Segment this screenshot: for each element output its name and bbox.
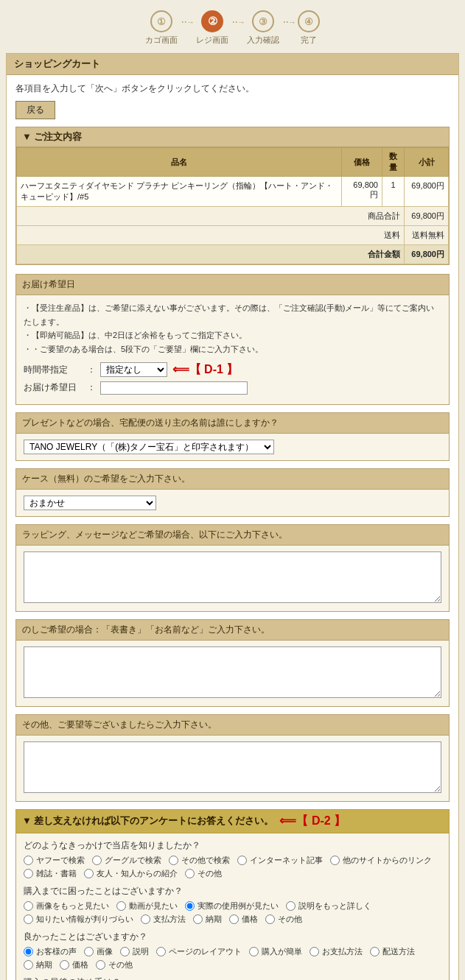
other-textarea[interactable] <box>24 741 441 793</box>
q2-option-info[interactable]: 知りたい情報が判りづらい <box>24 914 133 925</box>
table-row: ハーフエタニティダイヤモンド プラチナ ピンキーリング（指輪）【ハート・アンド・… <box>17 177 449 207</box>
total-label: 合計金額 <box>17 245 405 264</box>
page-title: ショッピングカート <box>7 54 458 75</box>
step-3-circle: ③ <box>252 10 274 32</box>
q3-option-desc[interactable]: 説明 <box>120 946 149 957</box>
survey-q4: 購入の最後の決め手は？ お客様の声 画像がキレイ 説明が詳しい 支払方法が豊富 … <box>24 976 441 980</box>
q3-option-image[interactable]: 画像 <box>84 946 113 957</box>
order-section-header: ▼ ご注文内容 <box>15 127 450 147</box>
q1-option-article[interactable]: インターネット記事 <box>237 855 323 866</box>
col-header-name: 品名 <box>17 148 342 177</box>
d1-annotation: ⟸【 D-1 】 <box>172 362 239 378</box>
other-header: その他、ご要望等ございましたらご入力下さい。 <box>16 715 449 736</box>
subtotal-row: 商品合計 69,800円 <box>17 207 449 226</box>
wrapping-header: ラッピング、メッセージなどご希望の場合、以下にご入力下さい。 <box>16 525 449 546</box>
step-1-circle: ① <box>150 10 172 32</box>
noshi-header: のしご希望の場合：「表書き」「お名前など」ご入力下さい。 <box>16 620 449 641</box>
content-area: 各項目を入力して「次へ」ボタンをクリックしてください。 戻る ▼ ご注文内容 品… <box>7 75 458 980</box>
step-arrow-2: ･･→ <box>228 18 247 38</box>
date-label: お届け希望日 <box>24 381 83 394</box>
survey-body: どのようなきっかけで当店を知りましたか？ ヤフーで検索 グーグルで検索 その他で… <box>16 833 449 980</box>
item-name: ハーフエタニティダイヤモンド プラチナ ピンキーリング（指輪）【ハート・アンド・… <box>17 177 342 207</box>
q3-option-voice[interactable]: お客様の声 <box>24 946 77 957</box>
q2-option-delivery[interactable]: 納期 <box>193 914 222 925</box>
gift-section: プレゼントなどの場合、宅配便の送り主の名前は誰にしますか？ TANO JEWEL… <box>15 412 450 461</box>
q3-option-period[interactable]: 納期 <box>24 959 52 970</box>
q1-option-other-search[interactable]: その他で検索 <box>169 855 230 866</box>
step-4: ④ 完了 <box>298 10 320 46</box>
q3-option-layout[interactable]: ページのレイアウト <box>156 946 242 957</box>
step-3: ③ 入力確認 <box>247 10 279 46</box>
q2-option-detail[interactable]: 説明をもっと詳しく <box>286 900 371 912</box>
q3-option-ship[interactable]: 配送方法 <box>370 946 415 957</box>
step-4-circle: ④ <box>298 10 320 32</box>
survey-q1: どのようなきっかけで当店を知りましたか？ ヤフーで検索 グーグルで検索 その他で… <box>24 839 441 879</box>
case-header: ケース（無料）のご希望をご入力下さい。 <box>16 469 449 490</box>
q3-option-pay[interactable]: お支払方法 <box>310 946 363 957</box>
delivery-section: お届け希望日 【受注生産品】は、ご希望に添えない事がございます。その際は、「ご注… <box>15 274 450 405</box>
delivery-notes: 【受注生産品】は、ご希望に添えない事がございます。その際は、「ご注文確認(手動)… <box>24 301 441 356</box>
case-body: おまかせ ジュエリーボックス なし <box>16 490 449 516</box>
q1-options: ヤフーで検索 グーグルで検索 その他で検索 インターネット記事 他のサイトからの… <box>24 855 441 879</box>
date-form-row: お届け希望日 ： <box>24 381 441 395</box>
shipping-value: 送料無料 <box>405 226 449 245</box>
col-header-subtotal: 小計 <box>405 148 449 177</box>
noshi-body <box>16 641 449 706</box>
q2-option-image[interactable]: 画像をもっと見たい <box>24 900 109 912</box>
instruction-text: 各項目を入力して「次へ」ボタンをクリックしてください。 <box>15 82 450 95</box>
q1-label: どのようなきっかけで当店を知りましたか？ <box>24 839 441 852</box>
survey-header: ▼ 差し支えなければ以下のアンケートにお答えください。 ⟸【 D-2 】 <box>15 809 450 833</box>
q1-option-link[interactable]: 他のサイトからのリンク <box>330 855 432 866</box>
q3-option-other[interactable]: その他 <box>96 959 133 970</box>
q3-options: お客様の声 画像 説明 ページのレイアウト 購入が簡単 お支払方法 配送方法 納… <box>24 946 441 970</box>
wrapping-textarea[interactable] <box>24 551 441 603</box>
time-select[interactable]: 指定なし 午前中 14時〜16時 16時〜18時 18時〜20時 19時〜21時 <box>100 362 167 377</box>
total-value: 69,800円 <box>405 245 449 264</box>
q3-option-price[interactable]: 価格 <box>60 959 88 970</box>
q1-option-other[interactable]: その他 <box>185 868 222 879</box>
item-qty: 1 <box>382 177 405 207</box>
case-section: ケース（無料）のご希望をご入力下さい。 おまかせ ジュエリーボックス なし <box>15 468 450 517</box>
main-container: ショッピングカート 各項目を入力して「次へ」ボタンをクリックしてください。 戻る… <box>6 53 459 980</box>
shipping-row: 送料 送料無料 <box>17 226 449 245</box>
q2-option-usage[interactable]: 実際の使用例が見たい <box>185 900 279 912</box>
q3-label: 良かったことはございますか？ <box>24 931 441 943</box>
noshi-section: のしご希望の場合：「表書き」「お名前など」ご入力下さい。 <box>15 619 450 707</box>
case-select[interactable]: おまかせ ジュエリーボックス なし <box>24 496 156 510</box>
q3-option-easy[interactable]: 購入が簡単 <box>249 946 302 957</box>
total-row: 合計金額 69,800円 <box>17 245 449 264</box>
wrapping-body <box>16 546 449 611</box>
time-label: 時間帯指定 <box>24 364 83 376</box>
shipping-label: 送料 <box>17 226 405 245</box>
date-input[interactable] <box>100 381 248 395</box>
q4-label: 購入の最後の決め手は？ <box>24 976 441 980</box>
q1-option-yahoo[interactable]: ヤフーで検索 <box>24 855 85 866</box>
other-section: その他、ご要望等ございましたらご入力下さい。 <box>15 714 450 802</box>
step-1: ① カゴ画面 <box>145 10 178 46</box>
col-header-qty: 数量 <box>382 148 405 177</box>
gift-body: TANO JEWELRY（「(株)タノー宝石」と印字されます） ご自身の名前 <box>16 434 449 460</box>
time-form-row: 時間帯指定 ： 指定なし 午前中 14時〜16時 16時〜18時 18時〜20時… <box>24 362 441 378</box>
q1-option-google[interactable]: グーグルで検索 <box>92 855 161 866</box>
q1-option-magazine[interactable]: 雑誌・書籍 <box>24 868 77 879</box>
q2-option-price[interactable]: 価格 <box>229 914 258 925</box>
step-2-label: レジ画面 <box>196 35 228 46</box>
back-button[interactable]: 戻る <box>15 101 55 119</box>
sender-select[interactable]: TANO JEWELRY（「(株)タノー宝石」と印字されます） ご自身の名前 <box>24 440 274 454</box>
item-subtotal: 69,800円 <box>405 177 449 207</box>
step-arrow-3: ･･→ <box>279 18 298 38</box>
step-4-label: 完了 <box>301 35 317 46</box>
q1-option-friend[interactable]: 友人・知人からの紹介 <box>84 868 178 879</box>
q2-option-payment[interactable]: 支払方法 <box>141 914 186 925</box>
noshi-textarea[interactable] <box>24 646 441 698</box>
col-header-price: 価格 <box>342 148 382 177</box>
step-3-label: 入力確認 <box>247 35 279 46</box>
delivery-note-2: 【即納可能品】は、中2日ほど余裕をもってご指定下さい。 <box>24 328 441 342</box>
delivery-note-1: 【受注生産品】は、ご希望に添えない事がございます。その際は、「ご注文確認(手動)… <box>24 301 441 328</box>
order-table: 品名 価格 数量 小計 ハーフエタニティダイヤモンド プラチナ ピンキーリング（… <box>16 147 449 264</box>
q2-option-other[interactable]: その他 <box>265 914 302 925</box>
q2-option-video[interactable]: 動画が見たい <box>116 900 178 912</box>
delivery-note-3: ・ご要望のある場合は、5段下の「ご要望」欄にご入力下さい。 <box>24 342 441 356</box>
subtotal-label: 商品合計 <box>17 207 405 226</box>
step-arrow-1: ･･→ <box>178 18 196 38</box>
